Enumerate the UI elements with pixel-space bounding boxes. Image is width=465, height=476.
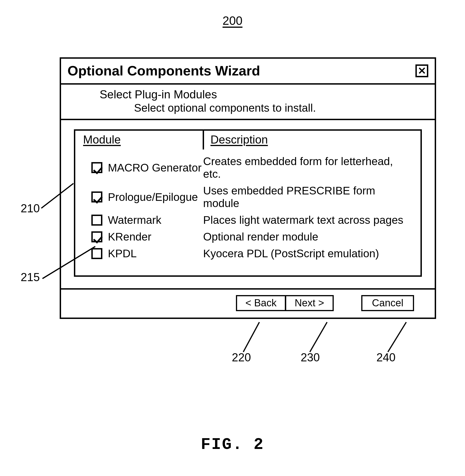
window-title: Optional Components Wizard [67, 63, 260, 79]
module-listbox: Module Description MACRO GeneratorCreate… [74, 129, 422, 277]
module-label: KPDL [108, 247, 203, 260]
figure-caption: FIG. 2 [201, 436, 264, 454]
callout-label-240: 240 [376, 351, 395, 364]
callout-line-230 [307, 320, 335, 354]
callout-label-220: 220 [232, 351, 251, 364]
wizard-window: Optional Components Wizard ✕ Select Plug… [60, 57, 436, 319]
module-checkbox[interactable] [91, 231, 102, 242]
cancel-button[interactable]: Cancel [361, 295, 414, 311]
figure-stage: 200 Optional Components Wizard ✕ Select … [0, 0, 465, 476]
module-rows: MACRO GeneratorCreates embedded form for… [75, 149, 421, 266]
module-description: Places light watermark text across pages [203, 214, 413, 226]
column-header-description: Description [203, 133, 421, 149]
callout-line-240 [386, 320, 413, 354]
module-checkbox[interactable] [91, 192, 102, 203]
column-headers: Module Description [75, 131, 421, 149]
column-header-module: Module [75, 133, 203, 149]
callout-label-210: 210 [21, 202, 40, 215]
column-separator [203, 131, 204, 150]
svg-line-2 [243, 322, 259, 352]
titlebar: Optional Components Wizard ✕ [61, 59, 435, 85]
svg-line-3 [310, 322, 327, 352]
next-button[interactable]: Next > [285, 295, 334, 311]
subheader-title: Select Plug-in Modules [100, 88, 428, 101]
callout-label-230: 230 [301, 351, 320, 364]
module-row: WatermarkPlaces light watermark text acr… [91, 214, 413, 226]
module-row: KPDLKyocera PDL (PostScript emulation) [91, 247, 413, 260]
module-row: Prologue/EpilogueUses embedded PRESCRIBE… [91, 184, 413, 210]
subheader-desc: Select optional components to install. [134, 101, 428, 114]
figure-number: 200 [223, 14, 243, 28]
close-icon: ✕ [418, 66, 426, 76]
callout-line-220 [241, 320, 269, 354]
back-button[interactable]: < Back [236, 295, 285, 311]
subheader: Select Plug-in Modules Select optional c… [61, 85, 435, 120]
wizard-footer: < Back Next > Cancel [61, 290, 435, 318]
nav-button-group: < Back Next > [236, 295, 334, 311]
module-checkbox[interactable] [91, 215, 102, 226]
module-checkbox[interactable] [91, 248, 102, 259]
close-button[interactable]: ✕ [415, 64, 428, 77]
module-row: KRenderOptional render module [91, 230, 413, 243]
module-description: Optional render module [203, 230, 413, 243]
module-description: Creates embedded form for letterhead, et… [203, 155, 413, 180]
module-description: Uses embedded PRESCRIBE form module [203, 184, 413, 210]
module-label: MACRO Generator [108, 162, 203, 174]
module-label: Prologue/Epilogue [108, 191, 203, 203]
wizard-body: Module Description MACRO GeneratorCreate… [61, 120, 435, 290]
module-row: MACRO GeneratorCreates embedded form for… [91, 155, 413, 180]
svg-line-4 [388, 322, 406, 352]
module-label: KRender [108, 230, 203, 243]
module-checkbox[interactable] [91, 162, 102, 173]
callout-label-215: 215 [21, 271, 40, 284]
module-description: Kyocera PDL (PostScript emulation) [203, 247, 413, 260]
module-label: Watermark [108, 214, 203, 226]
